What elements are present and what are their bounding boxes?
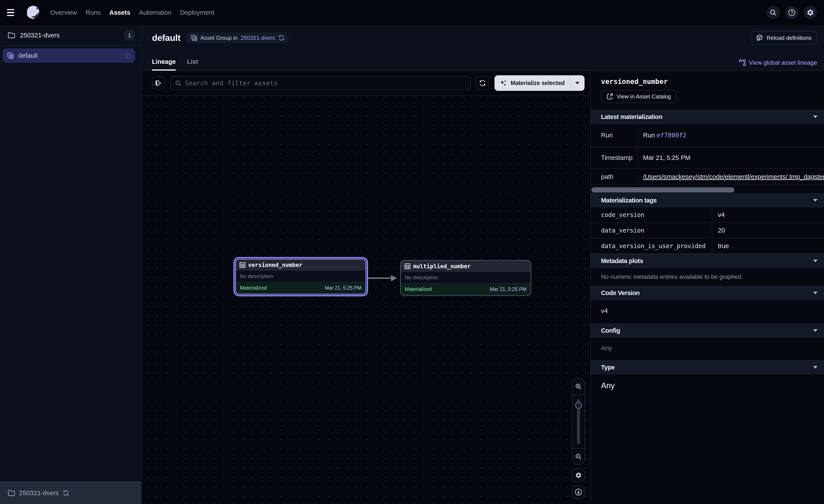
run-id-link[interactable]: ef7800f2 [657,132,687,139]
dagster-logo [25,5,41,20]
graph-toolbar: Materialize selected [141,71,590,96]
refresh-icon [479,80,486,87]
reload-definitions-button[interactable]: Reload definitions [750,31,817,44]
chevron-down-icon [813,329,818,332]
search-icon [175,80,182,86]
asset-group-icon-faint [124,52,131,59]
settings-button[interactable] [804,6,817,19]
primary-nav: Overview Runs Assets Automation Deployme… [46,5,218,20]
asset-node-status-row: Materialized Mar 21, 5:25 PM [401,283,530,295]
nav-item-runs[interactable]: Runs [82,5,104,20]
table-icon [404,263,410,269]
scrollbar-thumb[interactable] [592,187,734,193]
zoom-out-icon [575,453,582,460]
asset-node-multiplied-number[interactable]: multiplied_number No description Materia… [400,260,531,296]
status-badge: Materialized [240,285,267,291]
type-value: Any [591,374,824,399]
chevron-down-icon [813,259,818,263]
sparkle-icon [500,80,507,87]
asset-details-panel: versioned_number View in Asset Catalog L… [590,71,824,504]
lineage-edge [141,96,590,504]
path-link[interactable]: /Users/smackesey/stm/code/elementl/exper… [643,173,824,180]
content-area: 250321-dvers 1 default 250321 [0,25,824,504]
expand-sidebar-panel-button[interactable] [152,76,165,90]
chevron-down-icon [813,115,818,119]
search-input[interactable] [185,80,466,87]
help-button[interactable] [785,6,799,19]
sync-icon [63,490,69,496]
status-badge: Materialized [405,286,432,292]
search-icon [769,9,777,16]
folder-icon [8,490,15,496]
asset-search-box [170,76,471,90]
view-tabs: Lineage List [152,58,198,71]
reload-definitions-label: Reload definitions [766,35,811,41]
search-button[interactable] [766,6,780,19]
zoom-in-icon [575,383,582,390]
section-latest-materialization[interactable]: Latest materialization [591,110,824,124]
lineage-graph-section: Materialize selected [141,71,590,504]
tab-list[interactable]: List [187,58,198,71]
view-global-asset-lineage-link[interactable]: View global asset lineage [739,59,817,66]
section-type[interactable]: Type [591,360,824,374]
asset-count-badge: 1 [124,30,135,40]
page-title: default [152,33,181,43]
tab-lineage[interactable]: Lineage [152,58,176,71]
latest-materialization-run-row: Run Run ef7800f2 [591,124,824,147]
asset-group-badge[interactable]: Asset Group in 250321-dvers [187,32,289,43]
refresh-graph-button[interactable] [476,76,489,90]
section-materialization-tags[interactable]: Materialization tags [591,194,824,207]
reload-location-button[interactable] [63,490,69,496]
zoom-in-button[interactable] [573,379,585,395]
view-global-asset-lineage-label: View global asset lineage [749,59,817,66]
asset-groups-sidebar: 250321-dvers 1 default 250321 [0,25,141,504]
materialize-split-button: Materialize selected [495,75,585,91]
asset-group-badge-text: Asset Group in [200,35,238,41]
chevron-down-icon [813,291,818,295]
table-icon [239,262,245,268]
sync-icon[interactable] [278,35,285,41]
zoom-out-button[interactable] [573,448,585,465]
app-window: Overview Runs Assets Automation Deployme… [0,0,824,504]
footer-code-location-name: 250321-dvers [19,489,59,497]
hamburger-menu-button[interactable] [7,5,20,20]
graph-settings-button[interactable] [572,469,585,482]
tag-row: code_version v4 [591,207,824,223]
materialize-dropdown-button[interactable] [570,75,585,91]
nav-item-overview[interactable]: Overview [46,5,81,20]
download-icon [575,488,583,496]
sidebar-item-default-group[interactable]: default [3,48,135,63]
asset-node-name: multiplied_number [413,263,471,269]
section-code-version[interactable]: Code Version [591,286,824,300]
materialize-selected-button[interactable]: Materialize selected [495,75,570,91]
asset-node-description: No description [401,272,530,283]
sidebar-footer: 250321-dvers [0,482,141,504]
config-value: Any [591,338,824,360]
section-config[interactable]: Config [591,324,824,338]
lineage-canvas[interactable]: versioned_number No description Material… [141,96,590,504]
nav-item-assets[interactable]: Assets [105,5,134,20]
main-area: default Asset Group in 250321-dvers [141,25,824,504]
nav-item-deployment[interactable]: Deployment [176,5,218,20]
section-metadata-plots[interactable]: Metadata plots [591,254,824,268]
latest-materialization-path-row: path /Users/smackesey/stm/code/elementl/… [591,169,824,185]
view-in-asset-catalog-button[interactable]: View in Asset Catalog [601,90,677,103]
panel-asset-name: versioned_number [591,71,824,86]
asset-node-versioned-number[interactable]: versioned_number No description Material… [233,257,368,296]
latest-materialization-timestamp-row: Timestamp Mar 21, 5:25 PM [591,147,824,169]
tag-row: data_version_is_user_provided true [591,238,824,254]
nav-item-automation[interactable]: Automation [135,5,175,20]
asset-group-list: default [0,46,141,63]
zoom-slider-knob[interactable] [575,402,582,409]
gear-icon [807,9,814,16]
asset-group-icon [191,34,197,41]
zoom-slider[interactable] [573,395,585,448]
sidebar-code-location-row[interactable]: 250321-dvers 1 [0,25,141,46]
chevron-down-icon [575,82,580,85]
asset-group-label: default [18,52,38,59]
lineage-graph-icon [739,59,746,66]
download-image-button[interactable] [572,485,585,499]
asset-group-badge-link[interactable]: 250321-dvers [241,35,275,41]
help-icon [788,9,796,16]
view-in-asset-catalog-label: View in Asset Catalog [617,93,671,100]
